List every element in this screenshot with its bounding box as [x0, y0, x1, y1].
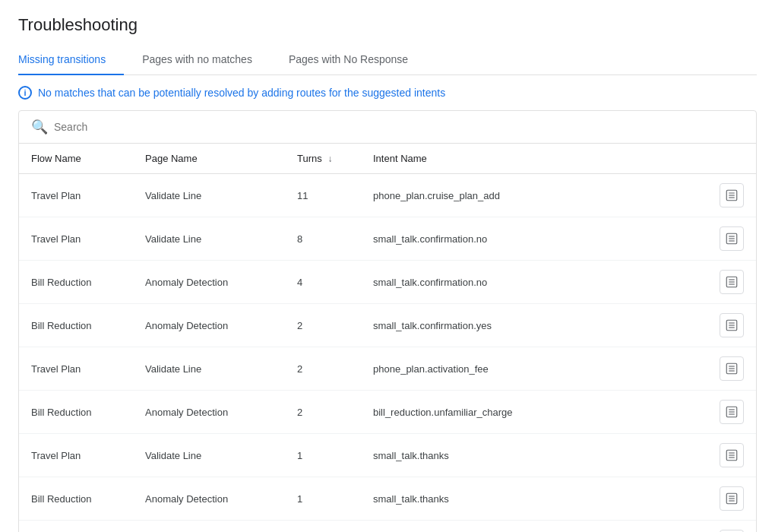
col-header-turns[interactable]: Turns ↓: [285, 144, 361, 174]
row-action-button[interactable]: [720, 400, 744, 424]
cell-turns: 2: [285, 304, 361, 347]
cell-intent-name: small_talk.confirmation.yes: [361, 304, 707, 347]
cell-turns: 8: [285, 217, 361, 261]
cell-intent-name: small_talk.confirmation.no: [361, 217, 707, 261]
cell-turns: 4: [285, 261, 361, 304]
row-action-button[interactable]: [720, 270, 744, 294]
cell-turns: 1: [285, 521, 361, 533]
tabs-container: Missing transitions Pages with no matche…: [18, 44, 757, 75]
cell-flow-name: Travel Plan: [19, 434, 133, 477]
main-table-container: 🔍 Flow Name Page Name Turns ↓ Intent Nam…: [18, 110, 757, 532]
row-action-button[interactable]: [720, 356, 744, 381]
col-header-intent-name: Intent Name: [361, 144, 707, 174]
cell-action: [707, 477, 756, 521]
cell-intent-name: small_talk.thanks: [361, 477, 707, 521]
tab-pages-no-response[interactable]: Pages with No Response: [270, 44, 426, 74]
tab-pages-no-matches[interactable]: Pages with no matches: [124, 44, 270, 74]
sort-arrow-icon: ↓: [327, 154, 332, 164]
cell-action: [707, 261, 756, 304]
cell-intent-name: bill_reduction.unfamiliar_charge: [361, 391, 707, 434]
cell-turns: 2: [285, 347, 361, 391]
cell-page-name: Anomaly Detection: [133, 521, 285, 533]
cell-action: [707, 304, 756, 347]
table-row: Travel Plan Validate Line 1 small_talk.t…: [19, 434, 756, 477]
col-header-action: [707, 144, 756, 174]
cell-page-name: Anomaly Detection: [133, 391, 285, 434]
info-banner: i No matches that can be potentially res…: [18, 75, 757, 110]
cell-flow-name: Travel Plan: [19, 217, 133, 261]
table-header-row: Flow Name Page Name Turns ↓ Intent Name: [19, 144, 756, 174]
table-row: Travel Plan Validate Line 8 small_talk.c…: [19, 217, 756, 261]
table-row: Bill Reduction Anomaly Detection 2 small…: [19, 304, 756, 347]
cell-intent-name: phone_plan.activation_fee: [361, 347, 707, 391]
table-row: Travel Plan Validate Line 2 phone_plan.a…: [19, 347, 756, 391]
cell-action: [707, 174, 756, 217]
row-action-button[interactable]: [720, 183, 744, 207]
cell-flow-name: Travel Plan: [19, 347, 133, 391]
search-input[interactable]: [54, 121, 744, 133]
cell-intent-name: small_talk.confirmation.no: [361, 261, 707, 304]
cell-flow-name: Bill Reduction: [19, 477, 133, 521]
cell-flow-name: Bill Reduction: [19, 304, 133, 347]
table-row: Bill Reduction Anomaly Detection 1 bill_…: [19, 521, 756, 533]
row-action-button[interactable]: [720, 486, 744, 511]
cell-flow-name: Bill Reduction: [19, 391, 133, 434]
cell-turns: 11: [285, 174, 361, 217]
tab-missing-transitions[interactable]: Missing transitions: [18, 44, 124, 74]
cell-flow-name: Bill Reduction: [19, 261, 133, 304]
row-action-button[interactable]: [720, 443, 744, 467]
cell-action: [707, 217, 756, 261]
table-row: Bill Reduction Anomaly Detection 2 bill_…: [19, 391, 756, 434]
cell-page-name: Validate Line: [133, 174, 285, 217]
cell-turns: 1: [285, 434, 361, 477]
cell-flow-name: Travel Plan: [19, 174, 133, 217]
table-row: Bill Reduction Anomaly Detection 4 small…: [19, 261, 756, 304]
cell-turns: 2: [285, 391, 361, 434]
cell-intent-name: bill_reduction.save_bill: [361, 521, 707, 533]
search-bar: 🔍: [19, 111, 756, 144]
cell-action: [707, 347, 756, 391]
cell-page-name: Anomaly Detection: [133, 304, 285, 347]
cell-turns: 1: [285, 477, 361, 521]
cell-page-name: Validate Line: [133, 434, 285, 477]
cell-page-name: Anomaly Detection: [133, 477, 285, 521]
row-action-button[interactable]: [720, 226, 744, 251]
data-table: Flow Name Page Name Turns ↓ Intent Name …: [19, 144, 756, 532]
cell-page-name: Validate Line: [133, 217, 285, 261]
info-banner-text: No matches that can be potentially resol…: [38, 87, 445, 99]
info-icon: i: [18, 86, 32, 100]
col-header-page-name: Page Name: [133, 144, 285, 174]
cell-intent-name: small_talk.thanks: [361, 434, 707, 477]
row-action-button[interactable]: [720, 313, 744, 337]
cell-page-name: Anomaly Detection: [133, 261, 285, 304]
page-title: Troubleshooting: [18, 15, 757, 35]
search-icon: 🔍: [31, 119, 48, 135]
cell-page-name: Validate Line: [133, 347, 285, 391]
cell-flow-name: Bill Reduction: [19, 521, 133, 533]
col-header-flow-name: Flow Name: [19, 144, 133, 174]
cell-action: [707, 521, 756, 533]
cell-action: [707, 434, 756, 477]
cell-intent-name: phone_plan.cruise_plan_add: [361, 174, 707, 217]
cell-action: [707, 391, 756, 434]
table-row: Travel Plan Validate Line 11 phone_plan.…: [19, 174, 756, 217]
table-row: Bill Reduction Anomaly Detection 1 small…: [19, 477, 756, 521]
